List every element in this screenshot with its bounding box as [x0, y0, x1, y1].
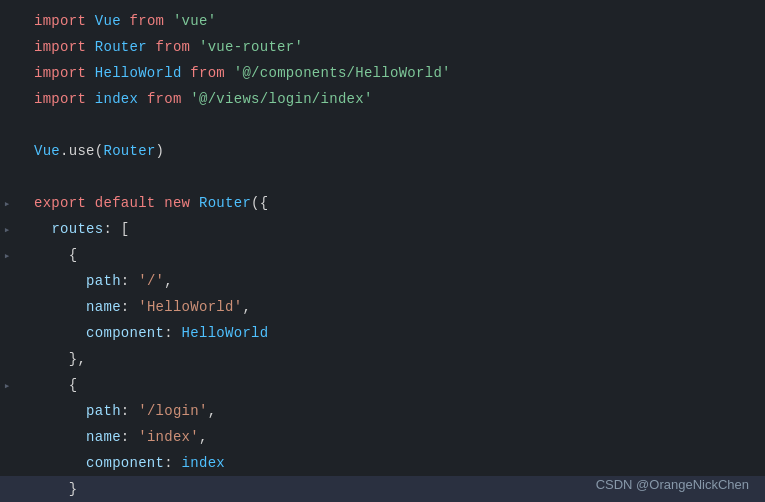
token: : [ — [103, 221, 129, 237]
code-line: Vue.use(Router) — [0, 138, 765, 164]
token: Router — [103, 143, 155, 159]
token: , — [242, 299, 251, 315]
token: HelloWorld — [95, 65, 182, 81]
token — [138, 91, 147, 107]
token: Vue — [95, 13, 121, 29]
line-content: }, — [14, 351, 86, 367]
token — [34, 221, 51, 237]
token — [34, 455, 86, 471]
token — [34, 299, 86, 315]
token — [164, 13, 173, 29]
fold-icon: ▸ — [0, 249, 14, 262]
fold-icon — [0, 457, 14, 469]
code-line: name: 'HelloWorld', — [0, 294, 765, 320]
code-line: import HelloWorld from '@/components/Hel… — [0, 60, 765, 86]
line-content — [14, 169, 43, 185]
fold-icon — [0, 405, 14, 417]
token: routes — [51, 221, 103, 237]
token: 'vue-router' — [199, 39, 303, 55]
token — [190, 39, 199, 55]
line-content: component: index — [14, 455, 225, 471]
token: HelloWorld — [182, 325, 269, 341]
token: , — [164, 273, 173, 289]
code-line: ▸export default new Router({ — [0, 190, 765, 216]
token: '/login' — [138, 403, 207, 419]
token: index — [95, 91, 138, 107]
line-content: Vue.use(Router) — [14, 143, 164, 159]
token: name — [86, 429, 121, 445]
fold-icon — [0, 327, 14, 339]
token: { — [34, 377, 77, 393]
fold-icon — [0, 301, 14, 313]
fold-icon — [0, 15, 14, 27]
token — [34, 429, 86, 445]
code-line: }, — [0, 346, 765, 372]
token: 'HelloWorld' — [138, 299, 242, 315]
line-content: import Vue from 'vue' — [14, 13, 216, 29]
token — [182, 65, 191, 81]
code-line — [0, 112, 765, 138]
token — [34, 325, 86, 341]
fold-icon: ▸ — [0, 223, 14, 236]
token: '@/views/login/index' — [190, 91, 372, 107]
token: }, — [34, 351, 86, 367]
token: 'index' — [138, 429, 199, 445]
fold-icon: ▸ — [0, 197, 14, 210]
token: path — [86, 403, 121, 419]
token — [225, 65, 234, 81]
token: from — [130, 13, 165, 29]
fold-icon — [0, 431, 14, 443]
fold-icon — [0, 275, 14, 287]
fold-icon — [0, 67, 14, 79]
token: : — [164, 455, 181, 471]
fold-icon — [0, 145, 14, 157]
line-content: { — [14, 377, 77, 393]
code-line: name: 'index', — [0, 424, 765, 450]
token: component — [86, 325, 164, 341]
token — [182, 91, 191, 107]
line-content: path: '/', — [14, 273, 173, 289]
token: Vue — [34, 143, 60, 159]
code-line: component: HelloWorld — [0, 320, 765, 346]
token: default — [95, 195, 164, 211]
token: ) — [156, 143, 165, 159]
code-line: ▸ { — [0, 242, 765, 268]
token: : — [164, 325, 181, 341]
token: import — [34, 65, 95, 81]
fold-icon — [0, 171, 14, 183]
code-line: path: '/login', — [0, 398, 765, 424]
line-content: import Router from 'vue-router' — [14, 39, 303, 55]
token: export — [34, 195, 95, 211]
token: Router — [199, 195, 251, 211]
line-content: name: 'index', — [14, 429, 208, 445]
fold-icon — [0, 353, 14, 365]
token: import — [34, 39, 95, 55]
fold-icon: ▸ — [0, 379, 14, 392]
token: name — [86, 299, 121, 315]
token: Router — [95, 39, 147, 55]
token: : — [121, 273, 138, 289]
fold-icon — [0, 41, 14, 53]
token: from — [156, 39, 191, 55]
line-content: export default new Router({ — [14, 195, 268, 211]
line-content: } — [14, 481, 77, 497]
token: } — [34, 481, 77, 497]
token: component — [86, 455, 164, 471]
token: '/' — [138, 273, 164, 289]
token: : — [121, 299, 138, 315]
fold-icon — [0, 119, 14, 131]
token: 'vue' — [173, 13, 216, 29]
code-line — [0, 164, 765, 190]
line-content: name: 'HelloWorld', — [14, 299, 251, 315]
line-content: import HelloWorld from '@/components/Hel… — [14, 65, 451, 81]
code-line: import Vue from 'vue' — [0, 8, 765, 34]
token: { — [34, 247, 77, 263]
token: '@/components/HelloWorld' — [234, 65, 451, 81]
token — [147, 39, 156, 55]
token: , — [208, 403, 217, 419]
token: from — [190, 65, 225, 81]
line-content: routes: [ — [14, 221, 130, 237]
token: import — [34, 13, 95, 29]
token — [121, 13, 130, 29]
code-line: path: '/', — [0, 268, 765, 294]
